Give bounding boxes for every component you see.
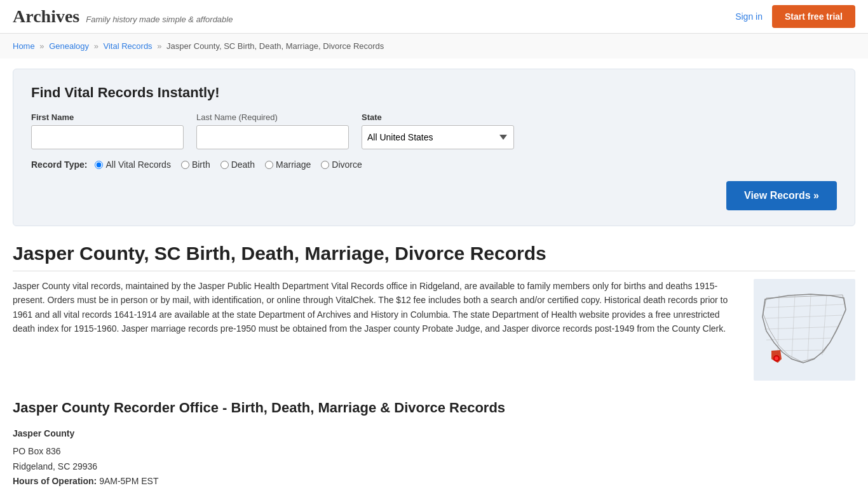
first-name-label: First Name	[31, 112, 184, 122]
breadcrumb-sep-3: »	[157, 41, 161, 51]
office-name: Jasper County	[13, 426, 855, 442]
hours-label: Hours of Operation:	[13, 476, 97, 486]
content-body: Jasper County vital records, maintained …	[13, 279, 855, 381]
first-name-group: First Name	[31, 112, 184, 149]
breadcrumb-sep-2: »	[94, 41, 98, 51]
search-fields: First Name Last Name (Required) State Al…	[31, 112, 837, 149]
start-trial-button[interactable]: Start free trial	[772, 5, 855, 28]
breadcrumb-genealogy[interactable]: Genealogy	[49, 41, 89, 51]
sc-map-svg	[754, 279, 855, 381]
record-type-all[interactable]: All Vital Records	[95, 159, 170, 170]
header-actions: Sign in Start free trial	[735, 5, 855, 28]
radio-marriage[interactable]	[265, 161, 273, 169]
record-type-marriage[interactable]: Marriage	[265, 159, 311, 170]
search-title: Find Vital Records Instantly!	[31, 85, 837, 101]
recorder-section-title: Jasper County Recorder Office - Birth, D…	[13, 400, 855, 416]
page-main-title: Jasper County, SC Birth, Death, Marriage…	[13, 243, 855, 271]
hours-of-operation: Hours of Operation: 9AM-5PM EST	[13, 474, 855, 488]
record-type-death[interactable]: Death	[220, 159, 255, 170]
breadcrumb-sep-1: »	[39, 41, 44, 51]
site-logo: Archives	[13, 6, 79, 27]
first-name-input[interactable]	[31, 125, 184, 149]
breadcrumb-current: Jasper County, SC Birth, Death, Marriage…	[166, 41, 384, 51]
radio-death[interactable]	[220, 161, 229, 169]
breadcrumb-vital-records[interactable]: Vital Records	[104, 41, 153, 51]
view-records-button[interactable]: View Records »	[726, 181, 837, 210]
office-info: Jasper County PO Box 836 Ridgeland, SC 2…	[13, 426, 855, 488]
last-name-group: Last Name (Required)	[196, 112, 349, 149]
address-line1: PO Box 836	[13, 444, 855, 459]
state-select[interactable]: All United States Alabama Alaska Arizona…	[362, 125, 514, 149]
radio-divorce[interactable]	[321, 161, 329, 169]
record-type-divorce[interactable]: Divorce	[321, 159, 362, 170]
record-type-label: Record Type:	[31, 159, 87, 170]
state-label: State	[362, 112, 514, 122]
last-name-input[interactable]	[196, 125, 349, 149]
site-tagline: Family history made simple & affordable	[86, 15, 233, 24]
breadcrumb-home[interactable]: Home	[13, 41, 35, 51]
search-form: Find Vital Records Instantly! First Name…	[13, 69, 855, 226]
site-header: Archives Family history made simple & af…	[0, 0, 868, 34]
address-line2: Ridgeland, SC 29936	[13, 459, 855, 475]
radio-birth[interactable]	[181, 161, 189, 169]
sign-in-link[interactable]: Sign in	[735, 11, 763, 22]
svg-point-14	[775, 356, 778, 360]
sc-map-container	[754, 279, 855, 381]
record-type-row: Record Type: All Vital Records Birth Dea…	[31, 159, 837, 170]
radio-all[interactable]	[95, 161, 103, 169]
main-content: Jasper County, SC Birth, Death, Marriage…	[0, 236, 868, 488]
last-name-label: Last Name (Required)	[196, 112, 349, 122]
breadcrumb: Home » Genealogy » Vital Records » Jaspe…	[0, 34, 868, 58]
state-group: State All United States Alabama Alaska A…	[362, 112, 514, 149]
page-description: Jasper County vital records, maintained …	[13, 279, 741, 381]
hours-value: 9AM-5PM EST	[99, 476, 158, 486]
logo-area: Archives Family history made simple & af…	[13, 6, 233, 27]
record-type-birth[interactable]: Birth	[181, 159, 210, 170]
